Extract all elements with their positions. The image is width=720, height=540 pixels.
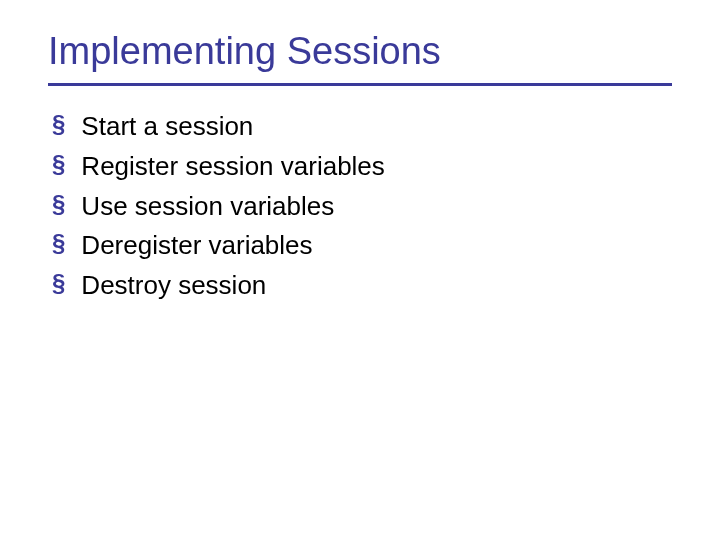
list-item: § Destroy session <box>52 269 672 303</box>
list-item: § Deregister variables <box>52 229 672 263</box>
list-item: § Start a session <box>52 110 672 144</box>
bullet-icon: § <box>52 110 65 139</box>
bullet-icon: § <box>52 150 65 179</box>
bullet-text: Deregister variables <box>81 229 312 263</box>
bullet-icon: § <box>52 229 65 258</box>
bullet-text: Start a session <box>81 110 253 144</box>
bullet-icon: § <box>52 190 65 219</box>
title-underline <box>48 83 672 86</box>
bullet-icon: § <box>52 269 65 298</box>
bullet-list: § Start a session § Register session var… <box>48 110 672 303</box>
list-item: § Register session variables <box>52 150 672 184</box>
list-item: § Use session variables <box>52 190 672 224</box>
slide-title: Implementing Sessions <box>48 30 672 73</box>
bullet-text: Use session variables <box>81 190 334 224</box>
bullet-text: Destroy session <box>81 269 266 303</box>
bullet-text: Register session variables <box>81 150 384 184</box>
